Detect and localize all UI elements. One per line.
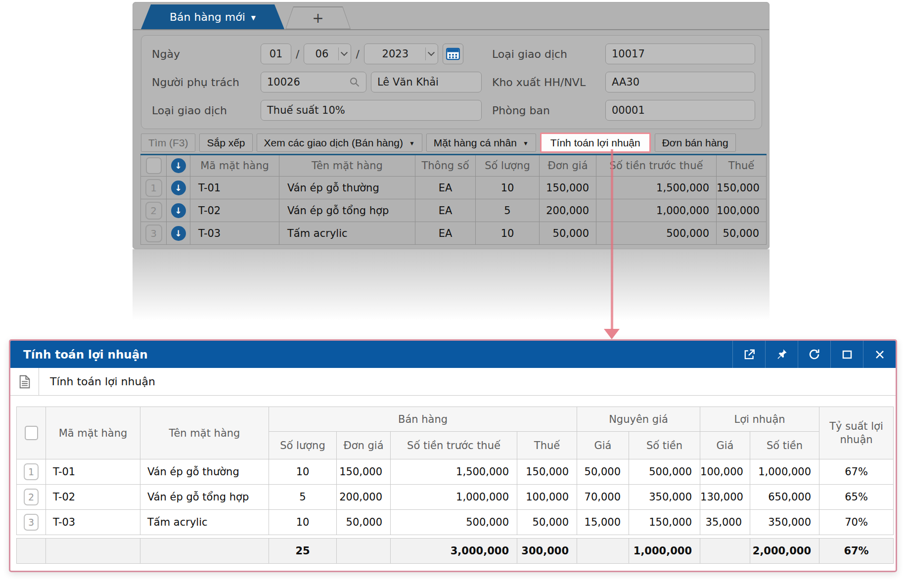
total-profit-amount: 2,000,000 xyxy=(750,539,819,564)
calendar-icon xyxy=(446,47,460,60)
cell-spec[interactable]: EA xyxy=(415,177,476,199)
txn-type-input[interactable]: Thuế suất 10% xyxy=(261,100,482,121)
row-number-badge[interactable]: 2 xyxy=(24,489,39,505)
profit-calc-button[interactable]: Tính toán lợi nhuận xyxy=(540,133,651,153)
cell-amount[interactable]: 500,000 xyxy=(596,222,717,245)
cell-name: Ván ép gỗ thường xyxy=(140,459,269,485)
tab-label: Bán hàng mới xyxy=(170,11,245,23)
cell-qty[interactable]: 10 xyxy=(476,222,540,245)
date-separator: / xyxy=(356,48,359,60)
cell-profit-price: 35,000 xyxy=(700,510,750,535)
date-year-select[interactable]: 2023 xyxy=(364,44,438,64)
tab-bar: Bán hàng mới ▼ + xyxy=(133,2,769,30)
cell-code[interactable]: T-01 xyxy=(190,177,279,199)
person-code-input[interactable]: 10026 xyxy=(261,72,366,92)
select-all-checkbox[interactable] xyxy=(146,157,162,174)
cell-code: T-03 xyxy=(46,510,140,535)
cell-tax[interactable]: 100,000 xyxy=(717,199,767,222)
dialog-title: Tính toán lợi nhuận xyxy=(10,348,732,361)
select-all-checkbox[interactable] xyxy=(25,426,38,440)
cell-name[interactable]: Ván ép gỗ thường xyxy=(279,177,415,199)
cell-price: 150,000 xyxy=(337,459,391,485)
col-header-amount: Số tiền trước thuế xyxy=(596,155,717,177)
cell-tax: 150,000 xyxy=(517,459,577,485)
cell-code[interactable]: T-03 xyxy=(190,222,279,245)
cell-profit-amount: 350,000 xyxy=(750,510,819,535)
table-row: 1 T-01 Ván ép gỗ thường 10 150,000 1,500… xyxy=(17,459,894,485)
person-label: Người phụ trách xyxy=(152,76,239,89)
cell-qty[interactable]: 5 xyxy=(476,199,540,222)
col-header-cost-price: Giá xyxy=(577,432,629,459)
find-button[interactable]: Tìm (F3) xyxy=(141,134,195,152)
col-header-price: Đơn giá xyxy=(540,155,596,177)
select-all-cell xyxy=(141,155,167,177)
group-header-cost: Nguyên giá xyxy=(577,407,700,432)
col-header-spec: Thông số xyxy=(415,155,476,177)
cell-profit-price: 130,000 xyxy=(700,485,750,510)
row-number-badge[interactable]: 2 xyxy=(145,202,162,220)
col-header-cost-amount: Số tiền xyxy=(629,432,700,459)
search-icon[interactable] xyxy=(349,77,360,88)
cell-name[interactable]: Ván ép gỗ tổng hợp xyxy=(279,199,415,222)
cell-amount[interactable]: 1,500,000 xyxy=(596,177,717,199)
tab-ban-hang-moi[interactable]: Bán hàng mới ▼ xyxy=(141,4,284,29)
tab-new[interactable]: + xyxy=(285,6,351,29)
arrow-down-circle-icon[interactable]: ↓ xyxy=(171,226,186,241)
cell-name: Ván ép gỗ tổng hợp xyxy=(140,485,269,510)
grid-header-row: ↓ Mã mặt hàng Tên mặt hàng Thông số Số l… xyxy=(141,155,767,177)
cell-amount[interactable]: 1,000,000 xyxy=(596,199,717,222)
cell-cost-price: 70,000 xyxy=(577,485,629,510)
document-icon xyxy=(19,375,31,389)
arrow-down-circle-icon[interactable]: ↓ xyxy=(171,181,186,195)
cell-price[interactable]: 150,000 xyxy=(540,177,596,199)
row-number-badge[interactable]: 1 xyxy=(24,463,39,480)
txn-code-input[interactable]: 10017 xyxy=(605,44,755,64)
cell-name[interactable]: Tấm acrylic xyxy=(279,222,415,245)
cell-tax: 100,000 xyxy=(517,485,577,510)
row-actions-header: ↓ xyxy=(167,155,190,177)
date-month-select[interactable]: 06 xyxy=(304,44,351,64)
personal-items-button[interactable]: Mặt hàng cá nhân ▼ xyxy=(426,134,536,152)
select-all-cell xyxy=(17,407,46,459)
date-day-input[interactable]: 01 xyxy=(261,44,291,64)
arrow-down-circle-icon[interactable]: ↓ xyxy=(171,158,186,173)
arrow-down-circle-icon[interactable]: ↓ xyxy=(171,203,186,218)
cell-spec[interactable]: EA xyxy=(415,222,476,245)
cell-price[interactable]: 200,000 xyxy=(540,199,596,222)
cell-qty: 5 xyxy=(269,485,337,510)
calendar-button[interactable] xyxy=(443,44,463,64)
cell-name: Tấm acrylic xyxy=(140,510,269,535)
caret-down-icon: ▼ xyxy=(409,140,415,147)
cell-spec[interactable]: EA xyxy=(415,199,476,222)
maximize-button[interactable] xyxy=(830,341,863,368)
row-number-badge[interactable]: 1 xyxy=(145,179,162,197)
total-tax: 300,000 xyxy=(517,539,577,564)
warehouse-input[interactable]: AA30 xyxy=(605,72,755,92)
cell-code[interactable]: T-02 xyxy=(190,199,279,222)
caret-down-icon: ▼ xyxy=(523,140,529,147)
sort-button[interactable]: Sắp xếp xyxy=(199,134,252,152)
pin-button[interactable] xyxy=(765,341,798,368)
cell-tax[interactable]: 150,000 xyxy=(717,177,767,199)
cell-amount: 1,500,000 xyxy=(391,459,517,485)
grid-toolbar: Tìm (F3) Sắp xếp Xem các giao dịch (Bán … xyxy=(141,133,736,153)
cell-cost-price: 15,000 xyxy=(577,510,629,535)
cell-tax[interactable]: 50,000 xyxy=(717,222,767,245)
col-header-amount: Số tiền trước thuế xyxy=(391,432,517,459)
cell-price: 50,000 xyxy=(337,510,391,535)
row-number-badge[interactable]: 3 xyxy=(24,514,39,531)
view-transactions-button[interactable]: Xem các giao dịch (Bán hàng) ▼ xyxy=(257,134,422,152)
cell-profit-price: 100,000 xyxy=(700,459,750,485)
open-in-new-window-button[interactable] xyxy=(732,341,765,368)
total-qty: 25 xyxy=(269,539,337,564)
open-in-new-window-icon xyxy=(743,348,756,361)
close-button[interactable] xyxy=(863,341,896,368)
sales-order-button[interactable]: Đơn bán hàng xyxy=(655,134,736,152)
dept-input[interactable]: 00001 xyxy=(605,100,755,121)
cell-price[interactable]: 50,000 xyxy=(540,222,596,245)
row-number-badge[interactable]: 3 xyxy=(145,225,162,242)
person-name-input[interactable]: Lê Văn Khải xyxy=(371,72,482,92)
cell-qty[interactable]: 10 xyxy=(476,177,540,199)
refresh-button[interactable] xyxy=(798,341,830,368)
close-icon xyxy=(874,349,886,361)
